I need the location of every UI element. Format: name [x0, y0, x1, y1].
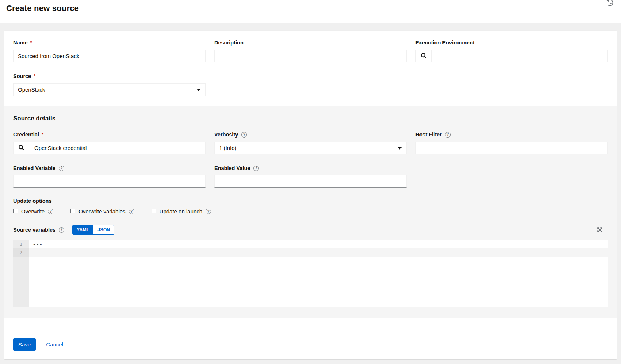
update-options-group: Update options Overwrite ? Overwrite var… [13, 198, 608, 214]
verbosity-select-value: 1 (Info) [219, 145, 237, 151]
editor-line: 2 [13, 248, 608, 257]
variables-mode-toggle: YAML JSON [72, 225, 114, 235]
line-number: 1 [13, 240, 29, 248]
verbosity-label: Verbosity ? [214, 131, 407, 138]
source-details-heading: Source details [13, 115, 608, 122]
overwrite-checkbox-label: Overwrite [21, 208, 45, 214]
editor-code-line: --- [29, 240, 608, 248]
editor-empty-area [13, 257, 608, 307]
help-icon[interactable]: ? [59, 166, 64, 171]
host-filter-input[interactable] [415, 142, 608, 154]
history-button[interactable] [606, 0, 614, 7]
help-icon[interactable]: ? [59, 227, 64, 233]
create-source-form-card: Name * Description Execution Environment [4, 31, 617, 359]
update-on-launch-checkbox-label: Update on launch [160, 208, 203, 214]
enabled-value-field-group: Enabled Value ? [214, 165, 407, 188]
update-on-launch-option: Update on launch ? [152, 208, 211, 214]
enabled-variable-field-group: Enabled Variable ? [13, 165, 206, 188]
enabled-value-input[interactable] [214, 175, 407, 188]
line-number: 2 [13, 248, 29, 257]
source-select[interactable]: OpenStack [13, 83, 206, 96]
required-asterisk: * [30, 40, 32, 45]
search-icon [19, 145, 24, 151]
name-input[interactable] [13, 50, 206, 62]
execution-environment-field-group: Execution Environment [415, 39, 608, 62]
name-field-group: Name * [13, 39, 206, 62]
execution-environment-input[interactable] [432, 50, 608, 62]
search-icon [421, 53, 426, 59]
help-icon[interactable]: ? [129, 209, 134, 214]
editor-line: 1 --- [13, 240, 608, 248]
source-details-section: Source details Credential * [4, 106, 617, 318]
overwrite-variables-checkbox[interactable] [70, 209, 75, 213]
verbosity-field-group: Verbosity ? 1 (Info) [214, 131, 407, 154]
source-field-group: Source * OpenStack [13, 73, 206, 96]
host-filter-field-group: Host Filter ? [415, 131, 608, 154]
source-variables-editor[interactable]: 1 --- 2 [13, 240, 608, 307]
help-icon[interactable]: ? [48, 209, 53, 214]
save-button[interactable]: Save [13, 338, 36, 351]
verbosity-select[interactable]: 1 (Info) [214, 142, 407, 154]
help-icon[interactable]: ? [241, 132, 247, 138]
description-field-group: Description [214, 39, 407, 62]
enabled-variable-label: Enabled Variable ? [13, 165, 206, 171]
help-icon[interactable]: ? [253, 166, 259, 171]
page-header: Create new source [0, 0, 621, 23]
required-asterisk: * [34, 74, 35, 79]
name-label: Name * [13, 39, 206, 46]
yaml-toggle-button[interactable]: YAML [72, 225, 93, 235]
form-top-section: Name * Description Execution Environment [4, 31, 617, 106]
page-title: Create new source [6, 4, 621, 13]
history-icon [606, 2, 614, 8]
expand-arrows-icon [597, 228, 603, 234]
overwrite-option: Overwrite ? [13, 208, 53, 214]
credential-label: Credential * [13, 131, 206, 138]
enabled-value-label: Enabled Value ? [214, 165, 407, 171]
help-icon[interactable]: ? [445, 132, 451, 138]
source-variables-toolbar: Source variables ? YAML JSON [13, 225, 608, 235]
execution-environment-lookup-button[interactable] [415, 50, 432, 62]
required-asterisk: * [42, 132, 43, 137]
help-icon[interactable]: ? [206, 209, 211, 214]
credential-field-group: Credential * [13, 131, 206, 154]
description-input[interactable] [214, 50, 407, 62]
update-on-launch-checkbox[interactable] [152, 209, 156, 213]
cancel-button[interactable]: Cancel [46, 338, 63, 351]
update-options-label: Update options [13, 198, 608, 204]
editor-code-line [29, 248, 608, 257]
overwrite-variables-checkbox-label: Overwrite variables [78, 208, 125, 214]
chevron-down-icon [197, 89, 200, 91]
json-toggle-button[interactable]: JSON [93, 225, 114, 235]
overwrite-checkbox[interactable] [13, 209, 18, 213]
execution-environment-label: Execution Environment [415, 39, 608, 46]
credential-lookup-button[interactable] [13, 142, 29, 154]
host-filter-label: Host Filter ? [415, 131, 608, 138]
form-actions: Save Cancel [4, 318, 617, 359]
chevron-down-icon [398, 147, 402, 150]
source-variables-label: Source variables ? [13, 226, 64, 233]
description-label: Description [214, 39, 407, 46]
enabled-variable-input[interactable] [13, 175, 206, 188]
source-select-value: OpenStack [18, 86, 45, 93]
source-label: Source * [13, 73, 206, 80]
credential-input[interactable] [29, 142, 206, 154]
expand-editor-button[interactable] [597, 227, 603, 233]
overwrite-variables-option: Overwrite variables ? [70, 208, 134, 214]
